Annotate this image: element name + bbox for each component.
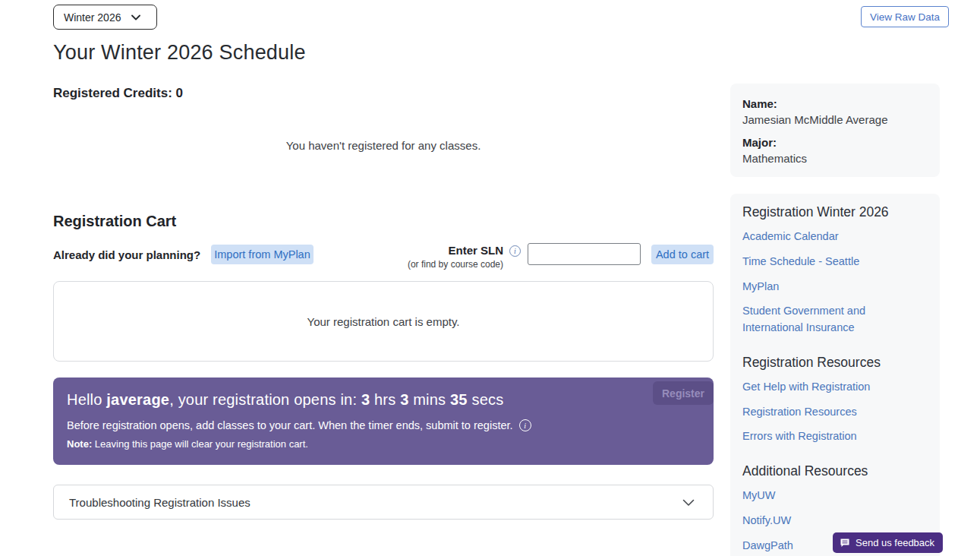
send-feedback-button[interactable]: Send us feedback bbox=[833, 532, 943, 553]
resources-panel: Registration Winter 2026 Academic Calend… bbox=[730, 194, 940, 556]
countdown-instructions: Before registration opens, add classes t… bbox=[67, 419, 698, 431]
term-selector[interactable]: Winter 2026 bbox=[53, 5, 157, 30]
chevron-down-icon bbox=[131, 14, 140, 21]
add-to-cart-button[interactable]: Add to cart bbox=[651, 245, 714, 264]
registration-cart-heading: Registration Cart bbox=[53, 213, 176, 230]
countdown-seconds: 35 bbox=[450, 391, 468, 408]
chevron-down-icon bbox=[682, 496, 695, 509]
registration-cart-empty-box: Your registration cart is empty. bbox=[53, 281, 714, 362]
register-button[interactable]: Register bbox=[653, 381, 714, 405]
sidebar-link-errors-with-registration[interactable]: Errors with Registration bbox=[742, 428, 928, 445]
countdown-note: Note: Leaving this page will clear your … bbox=[67, 438, 698, 450]
no-classes-message: You haven't registered for any classes. bbox=[53, 139, 714, 152]
major-label: Major: bbox=[742, 136, 928, 149]
sln-sub-label: (or find by course code) bbox=[407, 259, 503, 270]
term-selector-value: Winter 2026 bbox=[64, 11, 121, 24]
registered-credits: Registered Credits: 0 bbox=[53, 86, 183, 101]
sidebar-link-myuw[interactable]: MyUW bbox=[742, 488, 928, 504]
countdown-banner: Register Hello javerage, your registrati… bbox=[53, 378, 714, 465]
sln-input[interactable] bbox=[528, 243, 641, 265]
troubleshooting-label: Troubleshooting Registration Issues bbox=[69, 496, 251, 509]
chat-icon bbox=[840, 538, 850, 548]
sidebar-link-get-help[interactable]: Get Help with Registration bbox=[742, 379, 928, 396]
empty-cart-message: Your registration cart is empty. bbox=[307, 315, 460, 328]
sidebar-link-time-schedule[interactable]: Time Schedule - Seattle bbox=[742, 254, 928, 270]
countdown-message: Hello javerage, your registration opens … bbox=[67, 391, 698, 409]
sidebar-link-myplan[interactable]: MyPlan bbox=[742, 279, 928, 295]
student-info-panel: Name: Jamesian McMiddle Average Major: M… bbox=[730, 84, 940, 177]
page-title: Your Winter 2026 Schedule bbox=[53, 41, 306, 65]
import-from-myplan-button[interactable]: Import from MyPlan bbox=[211, 245, 314, 264]
student-name: Jamesian McMiddle Average bbox=[742, 113, 928, 126]
name-label: Name: bbox=[742, 97, 928, 110]
sidebar-heading-additional-resources: Additional Resources bbox=[742, 463, 928, 479]
sln-info-icon[interactable]: i bbox=[509, 245, 521, 257]
student-major: Mathematics bbox=[742, 152, 928, 165]
countdown-minutes: 3 bbox=[400, 391, 408, 408]
troubleshooting-accordion[interactable]: Troubleshooting Registration Issues bbox=[53, 485, 714, 520]
enter-sln-label-group: Enter SLN (or find by course code) bbox=[407, 244, 503, 270]
send-feedback-label: Send us feedback bbox=[856, 537, 934, 548]
sidebar-link-academic-calendar[interactable]: Academic Calendar bbox=[742, 229, 928, 245]
sidebar-link-notify-uw[interactable]: Notify.UW bbox=[742, 513, 928, 529]
enter-sln-label: Enter SLN bbox=[407, 244, 503, 257]
username: javerage bbox=[106, 391, 169, 408]
sidebar-heading-registration-winter: Registration Winter 2026 bbox=[742, 204, 928, 220]
sidebar-link-student-government-insurance[interactable]: Student Government and International Ins… bbox=[742, 303, 928, 336]
countdown-info-icon[interactable]: i bbox=[519, 419, 531, 431]
view-raw-data-button[interactable]: View Raw Data bbox=[861, 6, 949, 27]
sidebar-link-registration-resources[interactable]: Registration Resources bbox=[742, 404, 928, 421]
sidebar-heading-registration-resources: Registration Resources bbox=[742, 355, 928, 371]
countdown-hours: 3 bbox=[361, 391, 370, 408]
planning-prompt: Already did your planning? bbox=[53, 248, 200, 261]
